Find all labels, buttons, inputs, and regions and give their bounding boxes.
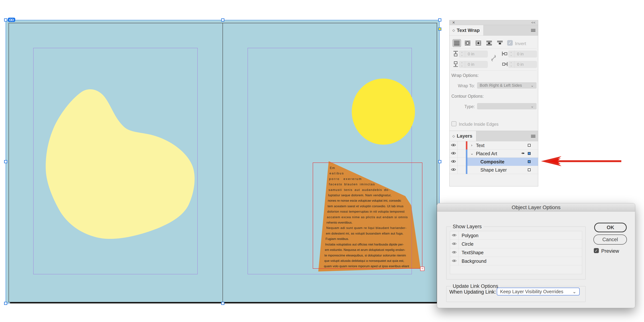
pen-icon: ✒ bbox=[521, 151, 525, 156]
live-corner-widget[interactable] bbox=[438, 27, 441, 31]
visibility-eye-icon[interactable] bbox=[452, 242, 456, 245]
contour-options-label: Contour Options: bbox=[452, 94, 484, 99]
left-offset-field[interactable]: ⌃⌄ 0 in bbox=[508, 50, 537, 57]
selection-square[interactable] bbox=[528, 144, 530, 147]
dock-header: ✕ << bbox=[450, 20, 538, 25]
selection-square[interactable] bbox=[528, 160, 530, 163]
layers-panel-title: Layers bbox=[457, 133, 472, 139]
visibility-eye-icon[interactable] bbox=[451, 152, 456, 155]
visibility-eye-icon[interactable] bbox=[451, 143, 456, 147]
panel-menu-icon[interactable] bbox=[531, 135, 536, 138]
panel-toggle-icon[interactable]: ◇ bbox=[452, 28, 455, 32]
layer-row-shape-layer[interactable]: Shape Layer bbox=[450, 166, 538, 174]
dialog-layer-row-polygon[interactable]: Polygon bbox=[450, 231, 582, 240]
divider bbox=[451, 48, 536, 49]
stepper-icon[interactable]: ⌃⌄ bbox=[459, 61, 465, 68]
top-offset-value: 0 in bbox=[465, 52, 474, 56]
text-wrap-panel-title: Text Wrap bbox=[457, 27, 480, 33]
visibility-eye-icon[interactable] bbox=[452, 259, 456, 262]
panel-toggle-icon[interactable]: ◇ bbox=[452, 134, 455, 138]
column-divider bbox=[457, 141, 458, 174]
include-inside-edges-checkbox[interactable] bbox=[452, 121, 456, 126]
visibility-eye-icon[interactable] bbox=[451, 160, 456, 163]
selection-square[interactable] bbox=[528, 152, 530, 155]
visibility-eye-icon[interactable] bbox=[452, 234, 456, 237]
stepper-icon[interactable]: ⌃⌄ bbox=[508, 61, 514, 68]
wrap-options-label: Wrap Options: bbox=[452, 73, 479, 78]
graphic-frame-edge[interactable] bbox=[313, 162, 422, 269]
dialog-layer-row-circle[interactable]: Circle bbox=[450, 240, 582, 248]
selection-square[interactable] bbox=[528, 168, 530, 171]
layers-tab-row: ◇ Layers bbox=[450, 131, 538, 141]
layer-name[interactable]: Composite bbox=[480, 159, 504, 165]
wrap-object-shape-button[interactable] bbox=[474, 39, 483, 47]
dialog-layer-row-background[interactable]: Background bbox=[450, 257, 582, 265]
jump-object-button[interactable] bbox=[485, 39, 494, 47]
broken-link-icon[interactable] bbox=[491, 54, 496, 62]
close-icon[interactable]: ✕ bbox=[452, 21, 455, 24]
selection-handle-top-center[interactable] bbox=[221, 18, 224, 21]
contour-type-dropdown[interactable]: ⌄ bbox=[477, 103, 536, 109]
selection-handle-mid-right[interactable] bbox=[438, 160, 441, 163]
dialog-titlebar[interactable]: Object Layer Options bbox=[437, 203, 635, 212]
layer-row-placed-art[interactable]: ⌄ Placed Art ✒ bbox=[450, 149, 538, 158]
dialog-title: Object Layer Options bbox=[512, 204, 560, 210]
stepper-icon[interactable]: ⌃⌄ bbox=[508, 50, 514, 57]
top-offset-icon bbox=[453, 51, 458, 56]
show-layers-group: Show Layers Polygon Circle TextShape bbox=[446, 227, 586, 280]
layer-row-composite[interactable]: Composite bbox=[450, 158, 538, 166]
selection-handle-top-left[interactable] bbox=[4, 18, 7, 21]
jump-to-next-column-button[interactable] bbox=[496, 39, 504, 47]
preview-label: Preview bbox=[601, 248, 619, 254]
dialog-layer-name: Polygon bbox=[462, 233, 478, 238]
selection-handle-top-right[interactable] bbox=[438, 18, 441, 21]
invert-label: Invert bbox=[515, 41, 526, 46]
visibility-eye-icon[interactable] bbox=[452, 251, 456, 254]
layer-color-bar bbox=[466, 166, 468, 174]
layer-name[interactable]: Placed Art bbox=[476, 151, 497, 156]
layer-row-text[interactable]: › Text bbox=[450, 141, 538, 149]
wrap-to-dropdown[interactable]: Both Right & Left Sides ⌄ bbox=[477, 82, 536, 89]
expand-arrow-icon[interactable]: › bbox=[471, 143, 472, 147]
dialog-layer-row-textshape[interactable]: TextShape bbox=[450, 248, 582, 257]
chevron-down-icon: ⌄ bbox=[530, 104, 534, 109]
frame-corner-badge[interactable]: + bbox=[420, 267, 424, 271]
dialog-layers-list: Polygon Circle TextShape Background bbox=[450, 231, 582, 274]
ok-button[interactable]: OK bbox=[594, 223, 627, 232]
when-updating-link-dropdown[interactable]: Keep Layer Visibility Overrides ⌄ bbox=[497, 288, 580, 296]
top-offset-field[interactable]: ⌃⌄ 0 in bbox=[459, 50, 488, 57]
wrap-none-button[interactable] bbox=[452, 39, 461, 47]
selection-handle-bottom-center[interactable] bbox=[221, 302, 224, 305]
wrap-bounding-box-button[interactable] bbox=[463, 39, 472, 47]
layer-name[interactable]: Shape Layer bbox=[480, 167, 507, 173]
collapse-panels-icon[interactable]: << bbox=[531, 21, 536, 24]
tab-text-wrap[interactable]: ◇ Text Wrap bbox=[450, 25, 484, 35]
layer-name[interactable]: Text bbox=[476, 143, 484, 148]
text-wrap-tab-row: ◇ Text Wrap bbox=[450, 25, 538, 36]
blob-shape[interactable] bbox=[24, 82, 200, 243]
circle-shape[interactable] bbox=[352, 78, 415, 145]
selection-handle-bottom-left[interactable] bbox=[4, 302, 7, 305]
panel-menu-icon[interactable] bbox=[531, 29, 536, 32]
bottom-offset-field[interactable]: ⌃⌄ 0 in bbox=[459, 61, 488, 68]
dialog-layer-name: Background bbox=[462, 259, 486, 264]
preview-checkbox[interactable]: ✓ bbox=[594, 248, 599, 253]
right-offset-value: 0 in bbox=[514, 62, 524, 67]
object-layer-options-dialog: Object Layer Options Show Layers Polygon… bbox=[437, 203, 635, 308]
right-offset-field[interactable]: ⌃⌄ 0 in bbox=[508, 61, 537, 68]
cancel-button[interactable]: Cancel bbox=[594, 235, 627, 245]
right-offset-icon bbox=[502, 61, 508, 67]
show-layers-label: Show Layers bbox=[451, 224, 484, 230]
wrap-to-value: Both Right & Left Sides bbox=[480, 83, 522, 88]
visibility-eye-icon[interactable] bbox=[451, 168, 456, 171]
panel-dock: ✕ << ◇ Text Wrap ✓ Invert ⌃⌄ 0 in bbox=[449, 20, 538, 186]
column-divider bbox=[466, 141, 466, 174]
update-link-options-label: Update Link Options bbox=[451, 283, 500, 289]
selection-handle-mid-left[interactable] bbox=[4, 160, 7, 163]
when-updating-link-label: When Updating Link: bbox=[449, 289, 496, 295]
link-icon[interactable] bbox=[8, 18, 15, 22]
collapse-arrow-icon[interactable]: ⌄ bbox=[470, 151, 474, 156]
invert-checkbox[interactable]: ✓ bbox=[507, 40, 513, 46]
stepper-icon[interactable]: ⌃⌄ bbox=[459, 50, 465, 57]
tab-layers[interactable]: ◇ Layers bbox=[450, 131, 476, 141]
